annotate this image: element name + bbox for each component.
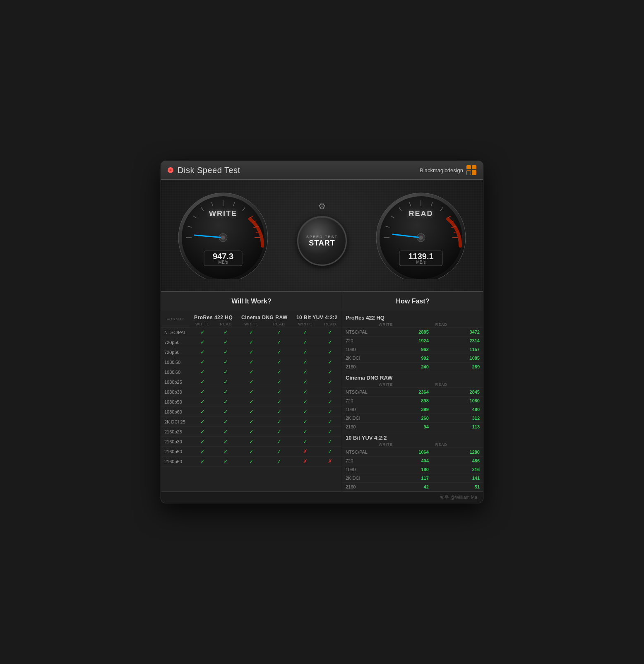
check-cell: ✓ bbox=[215, 347, 237, 357]
check-cell: ✓ bbox=[319, 427, 342, 437]
brand-sq-3 bbox=[466, 170, 471, 175]
check-cell: ✓ bbox=[292, 397, 319, 407]
yuv-write-col: WRITE bbox=[292, 321, 319, 327]
check-cell: ✓ bbox=[319, 447, 342, 457]
table-row: 1080p30✓✓✓✓✓✓ bbox=[161, 387, 342, 397]
check-cell: ✓ bbox=[292, 417, 319, 427]
empty-col bbox=[342, 382, 375, 388]
group-header-row: ProRes 422 HQ bbox=[342, 311, 483, 322]
will-it-work-header: Will It Work? bbox=[161, 292, 342, 311]
table-row: 2160p50✓✓✓✓✗✓ bbox=[161, 447, 342, 457]
row-label: 1080p60 bbox=[161, 407, 190, 417]
table-row: 1080i50✓✓✓✓✓✓ bbox=[161, 357, 342, 367]
fast-write-val: 260 bbox=[375, 414, 432, 423]
fast-table-row: 72019242314 bbox=[342, 337, 483, 345]
write-col-header: WRITE bbox=[375, 382, 432, 388]
check-cell: ✓ bbox=[266, 357, 292, 367]
fast-read-val: 51 bbox=[432, 483, 483, 491]
check-cell: ✓ bbox=[266, 337, 292, 347]
settings-icon[interactable]: ⚙ bbox=[318, 201, 326, 211]
dng-header: Cinema DNG RAW bbox=[237, 311, 292, 321]
col-header-row: WRITEREAD bbox=[342, 322, 483, 328]
check-cell: ✓ bbox=[190, 367, 215, 377]
check-cell: ✓ bbox=[292, 337, 319, 347]
table-row: 2160p25✓✓✓✓✓✓ bbox=[161, 427, 342, 437]
check-cell: ✓ bbox=[215, 337, 237, 347]
check-cell: ✓ bbox=[319, 367, 342, 377]
write-label: WRITE bbox=[209, 209, 237, 218]
check-cell: ✓ bbox=[190, 417, 215, 427]
read-label: READ bbox=[409, 209, 433, 218]
check-cell: ✓ bbox=[266, 367, 292, 377]
check-cell: ✓ bbox=[237, 347, 266, 357]
prores-header: ProRes 422 HQ bbox=[190, 311, 237, 321]
fast-write-val: 898 bbox=[375, 397, 432, 405]
fast-table-row: 1080180216 bbox=[342, 465, 483, 474]
fast-row-label: NTSC/PAL bbox=[342, 388, 375, 397]
check-cell: ✓ bbox=[215, 437, 237, 447]
watermark: 知乎 @William Ma bbox=[161, 491, 483, 503]
write-col-header: WRITE bbox=[375, 322, 432, 328]
check-cell: ✓ bbox=[292, 367, 319, 377]
fast-table-row: 2K DCI260312 bbox=[342, 414, 483, 423]
row-label: 1080i50 bbox=[161, 357, 190, 367]
fast-read-val: 216 bbox=[432, 465, 483, 474]
table-row: 1080p60✓✓✓✓✓✓ bbox=[161, 407, 342, 417]
row-label: 720p50 bbox=[161, 337, 190, 347]
fast-read-val: 113 bbox=[432, 423, 483, 431]
svg-point-20 bbox=[221, 236, 225, 240]
check-cell: ✓ bbox=[190, 357, 215, 367]
prores-read-col: READ bbox=[215, 321, 237, 327]
write-col-header: WRITE bbox=[375, 442, 432, 448]
check-cell: ✓ bbox=[292, 387, 319, 397]
check-cell: ✓ bbox=[237, 457, 266, 467]
check-cell: ✓ bbox=[266, 327, 292, 337]
check-cell: ✓ bbox=[319, 437, 342, 447]
check-cell: ✓ bbox=[319, 407, 342, 417]
check-cell: ✓ bbox=[319, 347, 342, 357]
fast-table-row: 10809621157 bbox=[342, 345, 483, 354]
read-col-header: READ bbox=[432, 382, 483, 388]
format-col-header: FORMAT bbox=[161, 311, 190, 327]
fast-row-label: 1080 bbox=[342, 465, 375, 474]
check-cell: ✓ bbox=[292, 357, 319, 367]
close-button[interactable]: ✕ bbox=[168, 167, 173, 173]
fast-write-val: 902 bbox=[375, 354, 432, 363]
check-cell: ✓ bbox=[190, 377, 215, 387]
check-cell: ✓ bbox=[215, 327, 237, 337]
check-cell: ✓ bbox=[292, 437, 319, 447]
check-cell: ✓ bbox=[190, 337, 215, 347]
row-label: 2K DCI 25 bbox=[161, 417, 190, 427]
check-cell: ✓ bbox=[292, 427, 319, 437]
check-cell: ✓ bbox=[266, 447, 292, 457]
check-cell: ✓ bbox=[319, 337, 342, 347]
dng-read-col: READ bbox=[266, 321, 292, 327]
check-cell: ✓ bbox=[190, 457, 215, 467]
fast-table-row: 720404486 bbox=[342, 457, 483, 465]
gauge-section: 947.3 MB/s WRITE ⚙ SPEED TEST START bbox=[161, 180, 483, 291]
check-cell: ✓ bbox=[237, 357, 266, 367]
check-cell: ✓ bbox=[292, 347, 319, 357]
fast-write-val: 399 bbox=[375, 405, 432, 414]
svg-point-44 bbox=[419, 236, 423, 240]
watermark-text: 知乎 @William Ma bbox=[440, 495, 477, 500]
table-row: 1080p50✓✓✓✓✓✓ bbox=[161, 397, 342, 407]
how-fast-table: ProRes 422 HQWRITEREADNTSC/PAL2885347272… bbox=[342, 311, 483, 491]
fast-write-val: 240 bbox=[375, 363, 432, 371]
start-button[interactable]: SPEED TEST START bbox=[297, 216, 347, 266]
check-cell: ✓ bbox=[319, 417, 342, 427]
app-window: ✕ Disk Speed Test Blackmagicdesign bbox=[161, 161, 483, 503]
fast-table-row: NTSC/PAL28853472 bbox=[342, 328, 483, 337]
read-col-header: READ bbox=[432, 322, 483, 328]
center-controls: ⚙ SPEED TEST START bbox=[297, 201, 347, 266]
row-label: 720p60 bbox=[161, 347, 190, 357]
check-cell: ✓ bbox=[266, 407, 292, 417]
check-cell: ✓ bbox=[266, 457, 292, 467]
check-cell: ✓ bbox=[266, 427, 292, 437]
svg-text:MB/s: MB/s bbox=[416, 260, 426, 265]
how-fast-header: How Fast? bbox=[342, 292, 483, 311]
check-cell: ✗ bbox=[319, 457, 342, 467]
fast-read-val: 312 bbox=[432, 414, 483, 423]
app-title: Disk Speed Test bbox=[178, 166, 240, 175]
row-label: 1080p25 bbox=[161, 377, 190, 387]
